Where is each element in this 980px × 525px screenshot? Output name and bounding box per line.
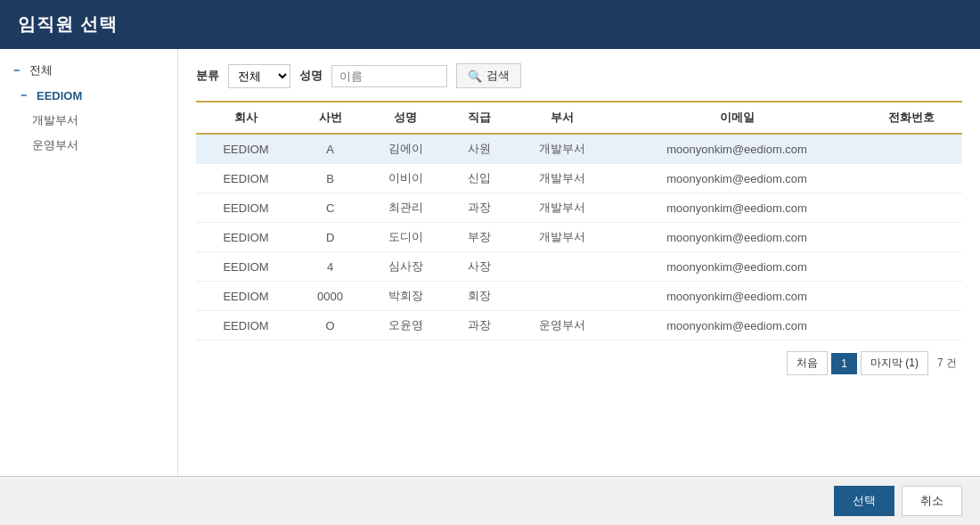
category-select[interactable]: 전체 (228, 64, 290, 88)
sidebar: － 전체 － EEDIOM 개발부서 운영부서 (0, 49, 178, 476)
category-label: 분류 (196, 68, 219, 84)
page-header: 임직원 선택 (0, 0, 980, 49)
name-input[interactable] (331, 65, 447, 87)
table-row[interactable]: EEDIOMA김에이사원개발부서moonyonkim@eediom.com (196, 134, 962, 164)
first-page-btn[interactable]: 처음 (787, 351, 828, 375)
content-area: 분류 전체 성명 🔍 검색 회사 사번 성명 직급 부서 이메일 (178, 49, 980, 476)
main-container: － 전체 － EEDIOM 개발부서 운영부서 분류 전체 성명 🔍 (0, 49, 980, 476)
last-page-btn[interactable]: 마지막 (1) (861, 351, 928, 375)
table-row[interactable]: EEDIOMO오윤영과장운영부서moonyonkim@eediom.com (196, 311, 962, 340)
page-title: 임직원 선택 (18, 14, 118, 34)
col-email: 이메일 (612, 102, 861, 134)
dash-icon: － (18, 87, 29, 103)
search-icon: 🔍 (468, 70, 482, 83)
pagination: 처음 1 마지막 (1) 7 건 (196, 351, 962, 375)
sidebar-item-label: 전체 (29, 62, 53, 78)
col-phone: 전화번호 (862, 102, 962, 134)
name-label: 성명 (299, 68, 323, 84)
current-page-btn[interactable]: 1 (831, 353, 857, 374)
search-bar: 분류 전체 성명 🔍 검색 (196, 63, 962, 88)
sidebar-item-label: 운영부서 (32, 137, 78, 153)
col-name: 성명 (364, 102, 447, 134)
table-row[interactable]: EEDIOMD도디이부장개발부서moonyonkim@eediom.com (196, 223, 962, 252)
cancel-button[interactable]: 취소 (902, 486, 962, 516)
table-row[interactable]: EEDIOM4심사장사장moonyonkim@eediom.com (196, 252, 962, 282)
col-sabun: 사번 (296, 102, 364, 134)
record-count: 7 건 (932, 352, 962, 374)
footer: 선택 취소 (0, 476, 980, 525)
sidebar-item-label: EEDIOM (37, 89, 82, 103)
search-button[interactable]: 🔍 검색 (456, 63, 521, 88)
col-dept: 부서 (511, 102, 612, 134)
sidebar-item-all[interactable]: － 전체 (0, 58, 177, 83)
col-company: 회사 (196, 102, 296, 134)
table-row[interactable]: EEDIOMB이비이신입개발부서moonyonkim@eediom.com (196, 164, 962, 193)
sidebar-item-opsdept[interactable]: 운영부서 (0, 133, 177, 158)
search-button-label: 검색 (486, 68, 510, 84)
employee-table: 회사 사번 성명 직급 부서 이메일 전화번호 EEDIOMA김에이사원개발부서… (196, 101, 962, 340)
dash-icon: － (11, 62, 22, 78)
table-row[interactable]: EEDIOMC최관리과장개발부서moonyonkim@eediom.com (196, 193, 962, 223)
table-header-row: 회사 사번 성명 직급 부서 이메일 전화번호 (196, 102, 962, 134)
sidebar-item-devdept[interactable]: 개발부서 (0, 108, 177, 133)
sidebar-item-label: 개발부서 (32, 112, 78, 128)
select-button[interactable]: 선택 (834, 486, 894, 516)
table-row[interactable]: EEDIOM0000박회장회장moonyonkim@eediom.com (196, 282, 962, 311)
sidebar-item-eediom[interactable]: － EEDIOM (0, 83, 177, 108)
col-position: 직급 (447, 102, 511, 134)
